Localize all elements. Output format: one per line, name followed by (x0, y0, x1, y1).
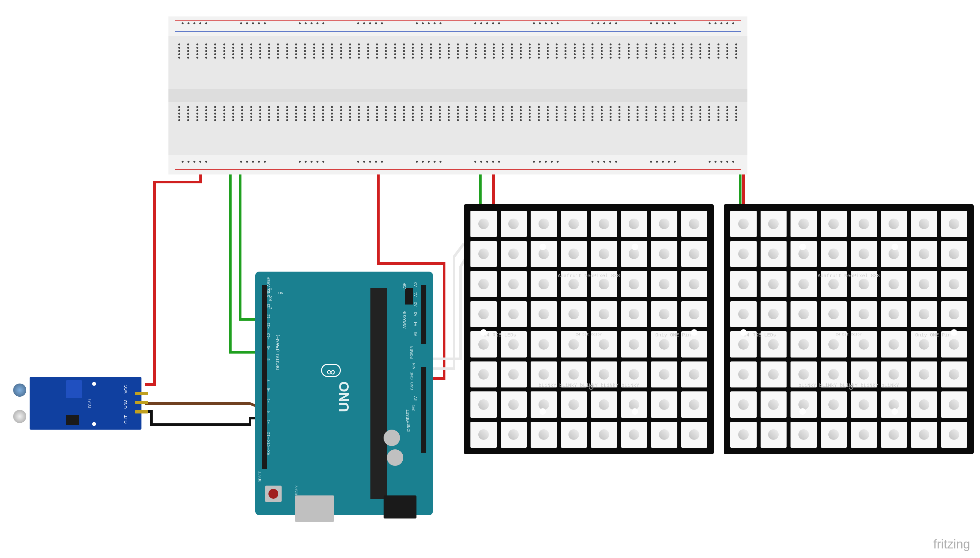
arduino-logo: ∞ (321, 364, 341, 377)
neopixel-led (621, 422, 648, 448)
arduino-icsp-label: ICSP (402, 283, 406, 290)
neopixel-pin-info: Only ONE Pin (915, 333, 951, 338)
neopixel-led (561, 391, 587, 418)
neopixel-led (501, 211, 527, 237)
arduino-model-label: UNO (336, 381, 352, 412)
neopixel-led (591, 301, 617, 328)
neopixel-led (730, 391, 757, 418)
arduino-icsp (405, 288, 413, 305)
neopixel-led (851, 301, 877, 328)
neopixel-matrix-1: for(let i=0;i<64;i++)document.write('<di… (464, 204, 714, 454)
neopixel-led (881, 301, 907, 328)
neopixel-led (681, 391, 708, 418)
breadboard-top-rail: document.write(Array.from({length:10},()… (169, 16, 748, 36)
arduino-atmega-chip (370, 288, 387, 499)
wire-ir-vcc (145, 174, 201, 384)
neopixel-led (470, 301, 497, 328)
neopixel-led (681, 301, 708, 328)
neopixel-led (621, 301, 648, 328)
breadboard: document.write(Array.from({length:10},()… (169, 16, 748, 174)
neopixel-led (591, 422, 617, 448)
neopixel-led (591, 241, 617, 268)
wire-ir-out (145, 404, 262, 408)
neopixel-led (790, 301, 817, 328)
neopixel-led (501, 241, 527, 268)
neopixel-led (761, 391, 787, 418)
neopixel-led (470, 211, 497, 237)
neopixel-led (881, 211, 907, 237)
breadboard-main: for(let r=0;r<5;r++){document.write('<di… (169, 36, 748, 155)
neopixel-led (730, 211, 757, 237)
arduino-reset-button[interactable] (265, 486, 281, 502)
arduino-capacitor (384, 430, 400, 446)
arduino-power-jack[interactable] (384, 496, 417, 519)
neopixel-led (821, 241, 847, 268)
neopixel-led (651, 211, 677, 237)
neopixel-led (531, 301, 557, 328)
neopixel-led (761, 301, 787, 328)
neopixel-pin-info: Only ONE Pin (655, 333, 691, 338)
arduino-icsp2-label: ICSP2 (294, 486, 298, 495)
arduino-capacitor (387, 450, 403, 466)
neopixel-led (761, 241, 787, 268)
neopixel-led (911, 391, 937, 418)
arduino-uno: ON DIGITAL (PWM~) UNO ∞ RESET TX RX L va… (255, 272, 433, 515)
neopixel-led (730, 301, 757, 328)
neopixel-led (591, 211, 617, 237)
ir-vcc-label: VCC (123, 385, 128, 393)
neopixel-led (591, 391, 617, 418)
neopixel-led (851, 422, 877, 448)
neopixel-led (531, 422, 557, 448)
neopixel-led (651, 241, 677, 268)
neopixel-led (941, 241, 967, 268)
arduino-power-label: POWER (410, 346, 414, 359)
arduino-analog-label: ANALOG IN (402, 310, 406, 328)
ir-sensor-module: VCC GND OUT FC-51 (29, 377, 141, 430)
neopixel-led (821, 391, 847, 418)
neopixel-led (501, 391, 527, 418)
ir-out-label: OUT (123, 415, 128, 423)
arduino-usb-port[interactable] (295, 496, 334, 522)
neopixel-led (911, 301, 937, 328)
breadboard-bottom-rail: document.write(Array.from({length:10},()… (169, 155, 748, 174)
neopixel-led (730, 241, 757, 268)
neopixel-led (470, 241, 497, 268)
neopixel-led (761, 422, 787, 448)
neopixel-led (681, 422, 708, 448)
arduino-analog-header[interactable] (421, 285, 426, 344)
neopixel-led (941, 422, 967, 448)
ir-pin-header[interactable] (135, 392, 148, 419)
neopixel-led (941, 211, 967, 237)
neopixel-led (911, 422, 937, 448)
neopixel-led (651, 391, 677, 418)
ir-potentiometer[interactable] (66, 380, 82, 398)
neopixel-led (881, 422, 907, 448)
neopixel-led (470, 391, 497, 418)
ir-receiver-led (13, 410, 26, 423)
neopixel-led (651, 301, 677, 328)
wire-ir-gnd (145, 412, 262, 425)
fritzing-watermark: fritzing (933, 537, 970, 551)
neopixel-led (681, 211, 708, 237)
neopixel-led (561, 301, 587, 328)
arduino-power-header[interactable] (421, 367, 426, 453)
neopixel-led (470, 422, 497, 448)
neopixel-led (501, 301, 527, 328)
neopixel-led (911, 241, 937, 268)
neopixel-led (681, 241, 708, 268)
neopixel-led (941, 391, 967, 418)
ir-gnd-label: GND (123, 400, 128, 409)
neopixel-led (531, 211, 557, 237)
neopixel-led (790, 422, 817, 448)
neopixel-led (561, 211, 587, 237)
neopixel-led (561, 241, 587, 268)
ir-comparator-chip (66, 415, 79, 425)
neopixel-led (821, 211, 847, 237)
neopixel-led (501, 422, 527, 448)
neopixel-matrix-2: for(let i=0;i<64;i++)document.write('<di… (724, 204, 974, 454)
neopixel-led (821, 422, 847, 448)
neopixel-led (941, 301, 967, 328)
neopixel-led (561, 422, 587, 448)
neopixel-led (651, 422, 677, 448)
ir-emitter-led (13, 384, 26, 397)
